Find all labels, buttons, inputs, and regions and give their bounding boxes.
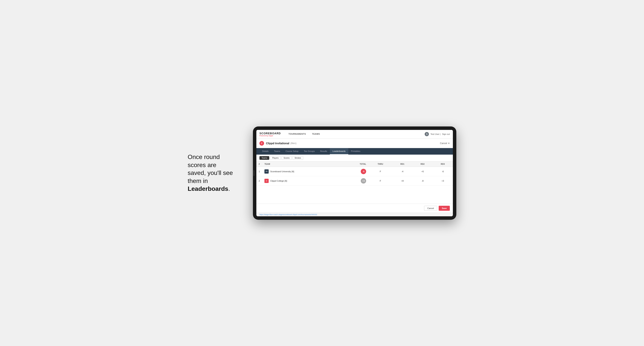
rd2-2: -8 [412,176,433,185]
tablet-side-button [254,170,254,176]
tournament-gender: (Men) [290,142,296,145]
table-row: 1 SU Scoreboard University [A] [256,167,453,176]
table-row: 2 C Clippd College [A] +3 [256,176,453,185]
filter-strokes[interactable]: Strokes [292,156,303,160]
user-avatar: S [425,132,429,136]
tab-tee-groups[interactable]: Tee Groups [301,148,318,155]
team-name-1: Scoreboard University [A] [270,170,294,173]
nav-tournaments[interactable]: TOURNAMENTS [285,130,309,139]
tournament-cancel-button[interactable]: Cancel ✕ [440,142,450,145]
rd3-1: -6 [433,167,453,176]
nav-right: S Test User | Sign out [425,132,450,136]
team-logo-1: SU [264,169,269,173]
team-logo-2: C [264,179,269,183]
team-cell-1: SU Scoreboard University [A] [262,167,342,176]
save-button[interactable]: Save [439,206,450,211]
col-team: TEAM [262,162,342,167]
tablet-screen: SCOREBOARD Powered by clippd TOURNAMENTS… [256,130,453,216]
logo-subtitle: Powered by clippd [260,135,281,137]
col-total: TOTAL [342,162,369,167]
filter-teams[interactable]: Teams [260,156,269,160]
tournament-logo: C [260,141,264,146]
leaderboard-table: # TEAM TOTAL THRU RD1 RD2 RD3 1 [256,162,453,186]
tab-printables[interactable]: Printables [348,148,363,155]
tablet-frame: SCOREBOARD Powered by clippd TOURNAMENTS… [253,127,456,220]
rank-2: 2 [256,176,262,185]
col-rd1: RD1 [392,162,412,167]
sign-out-link[interactable]: Sign out [442,133,450,135]
table-area: # TEAM TOTAL THRU RD1 RD2 RD3 1 [256,162,453,204]
table-header: # TEAM TOTAL THRU RD1 RD2 RD3 [256,162,453,167]
filter-bar: Teams Players Scores Strokes [256,155,453,162]
team-cell-2: C Clippd College [A] [262,176,342,185]
bottom-bar: Cancel Save [256,204,453,213]
rd2-1: +5 [412,167,433,176]
nav-links: TOURNAMENTS TEAMS [285,130,425,139]
rd3-2: +3 [433,176,453,185]
col-rd2: RD2 [412,162,433,167]
tournament-name: Clippd Invitational [266,142,289,145]
total-cell-2: +3 [342,176,369,185]
nav-teams[interactable]: TEAMS [309,130,323,139]
team-name-2: Clippd College [A] [270,180,287,182]
left-description: Once round scores are saved, you'll see … [188,153,242,193]
col-rd3: RD3 [433,162,453,167]
rd1-1: -4 [392,167,412,176]
page-wrapper: Once round scores are saved, you'll see … [188,127,456,220]
tab-teams[interactable]: Teams [271,148,283,155]
thru-1: F [368,167,392,176]
table-body: 1 SU Scoreboard University [A] [256,167,453,185]
tab-results[interactable]: Results [318,148,330,155]
tournament-header: C Clippd Invitational (Men) Cancel ✕ [256,139,453,148]
total-cell-1: -5 [342,167,369,176]
rd1-2: +8 [392,176,412,185]
logo-title: SCOREBOARD [260,132,281,135]
tab-leaderboards[interactable]: Leaderboards [330,148,348,155]
sub-nav: Details Teams Course Setup Tee Groups Re… [256,148,453,155]
tab-details[interactable]: Details [260,148,271,155]
logo-area: SCOREBOARD Powered by clippd [260,132,281,137]
cancel-button[interactable]: Cancel [424,206,437,211]
user-name: Test User | [430,133,440,135]
score-badge-2: +3 [361,178,366,183]
col-rank: # [256,162,262,167]
thru-2: F [368,176,392,185]
url-bar: https://stage-blue-coach.stagesscoreboar… [256,213,453,216]
filter-players[interactable]: Players [270,156,280,160]
col-thru: THRU [368,162,392,167]
score-badge-1: -5 [361,169,366,174]
filter-scores[interactable]: Scores [282,156,292,160]
top-nav: SCOREBOARD Powered by clippd TOURNAMENTS… [256,130,453,139]
tab-course-setup[interactable]: Course Setup [283,148,301,155]
rank-1: 1 [256,167,262,176]
